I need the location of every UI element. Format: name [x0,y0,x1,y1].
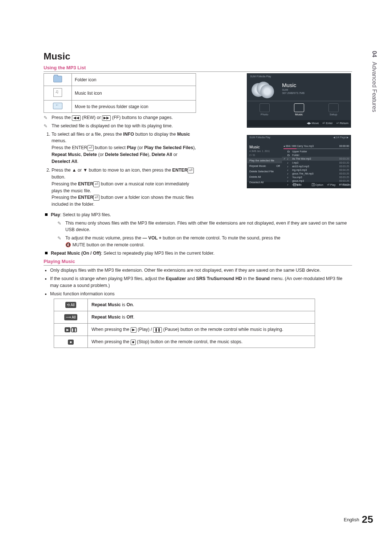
icon-label: Music list icon [72,86,196,100]
list-item[interactable]: 🗀Folder [282,153,351,157]
step-2: Press the ▲ or ▼ button to move to an ic… [52,167,196,208]
bullet-repeat: Repeat Music (On / Off): Select to repea… [44,250,352,257]
status-icon-table: ⟲ All Repeat Music is On. ⟶ All Repeat M… [54,299,315,348]
table-row: ▶❚❚ When pressing the ▶ (Play) / ❚❚ (Pau… [54,323,315,336]
chapter-sidebar: 04 Advanced Features [371,51,377,112]
page-title: Music [282,82,348,88]
dot-info-icons: Music function information icons [50,291,352,297]
tab-music[interactable]: Music [282,101,316,120]
list-item[interactable]: ✓♪As The Wor.mp300:03:25 [282,157,351,161]
table-row: ⟲ All Repeat Music is On. [54,299,315,311]
rew-button-glyph: ◀◀ [72,115,81,121]
screenshot-media-home: SUM P.Media Play Music SUM 307.2MB/973.7… [247,73,351,128]
file-counter: 2 / 31 [247,154,282,158]
tab-photo[interactable]: Photo [247,101,282,120]
music-icon-cell [44,86,72,100]
tab-setup[interactable]: Setup [316,101,351,120]
list-item[interactable]: ♪You.mp300:03:25 [282,175,351,179]
table-row: Move to the previous folder stage icon [44,100,196,113]
hint-bar: 🅃 Option⏎ Play↩ Return [308,182,351,188]
device-label: SUM [282,88,348,91]
table-row: ■ When pressing the ■ (Stop) button on t… [54,336,315,348]
step-1: To select all files or a file, press the… [52,131,196,165]
page-indicator: ◀ 1/4 Page ▶ [333,136,348,143]
dot-equalizer: If the sound is strange when playing MP3… [50,275,352,289]
breadcrumb: SUM P.Media Play [249,136,270,143]
ff-button-glyph: ▶▶ [102,115,111,121]
up-folder-icon [53,103,62,109]
now-playing-bar: ● 004.I Will Carry You.mp3 00:00:00 [282,144,351,148]
table-row: Music list icon [44,86,196,100]
icon-label: Move to the previous folder stage icon [72,100,196,113]
enter-button-glyph [188,168,194,173]
music-note-icon [53,88,62,97]
list-item[interactable]: ♪ab10.mp3.mp300:03:25 [282,164,351,168]
progress-bar[interactable] [283,148,349,149]
list-item[interactable]: ♪gious.The_Nit.mp300:03:25 [282,172,351,175]
menu-repeat[interactable]: Repeat MusicOff [247,163,282,169]
storage-usage: 307.2MB/973.7MB [282,91,348,95]
chapter-number: 04 [371,51,377,57]
note-mp3-only: This menu only shows files with the MP3 … [51,220,352,234]
enter-button-glyph [93,195,99,201]
menu-play-selected[interactable]: Play the selected file [247,158,282,163]
album-art-icon [252,82,274,98]
icon-label: Folder icon [72,74,196,86]
list-item[interactable]: ♪l.mp300:03:20 [282,161,351,164]
list-item[interactable]: 🗀Upper Folder [282,149,351,153]
stop-badge: ■ [54,336,88,348]
list-item[interactable]: ♪ing.mp3.mp300:04:25 [282,168,351,172]
screenshot-music-list: SUM P.Media Play ◀ 1/4 Page ▶ Music 4.3M… [247,135,351,188]
note-rew-ff: Press the ◀◀ (REW) or ▶▶ (FF) buttons to… [44,114,196,121]
bullet-play: Play: Select to play MP3 files. This men… [44,212,352,249]
pause-button-glyph: ❚❚ [153,327,162,333]
subsection-heading: Using the MP3 List [44,65,352,72]
menu-delete-all[interactable]: Delete All [247,174,282,180]
chapter-title: Advanced Features [371,62,377,112]
subsection-heading: Playing Music [44,259,352,266]
repeat-off-badge: ⟶ All [54,311,88,324]
enter-button-glyph [87,145,94,151]
breadcrumb: SUM P.Media Play [250,75,348,78]
menu-delete-selected[interactable]: Delete Selected File [247,169,282,174]
page-footer: English 25 [344,514,373,525]
play-pause-badges: ▶❚❚ [54,323,88,336]
stop-button-glyph: ■ [131,340,136,345]
hint-exit: 🅃 Exit [251,182,305,188]
table-row: ⟶ All Repeat Music is Off. [54,311,315,324]
enter-button-glyph [93,181,99,187]
folder-icon-cell [44,74,72,86]
section-heading: Music [44,51,352,62]
panel-title: Music [247,145,282,150]
hint-bar: ◀▶ Move⏎ Enter↩ Return [247,120,351,127]
note-volume: To adjust the music volume, press the — … [51,235,352,249]
repeat-on-badge: ⟲ All [54,299,88,311]
table-row: Folder icon [44,74,196,86]
dot-mp3-only: Only displays files with the MP3 file ex… [50,267,352,274]
icon-legend-table: Folder icon Music list icon Move to the … [44,73,196,113]
up-folder-icon-cell [44,100,72,113]
note-selected-file: The selected file is displayed on the to… [44,123,196,130]
play-button-glyph: ▶ [131,327,136,333]
file-meta: 4.3MB Jan. 1. 2011 [249,150,270,152]
folder-icon [53,76,62,82]
